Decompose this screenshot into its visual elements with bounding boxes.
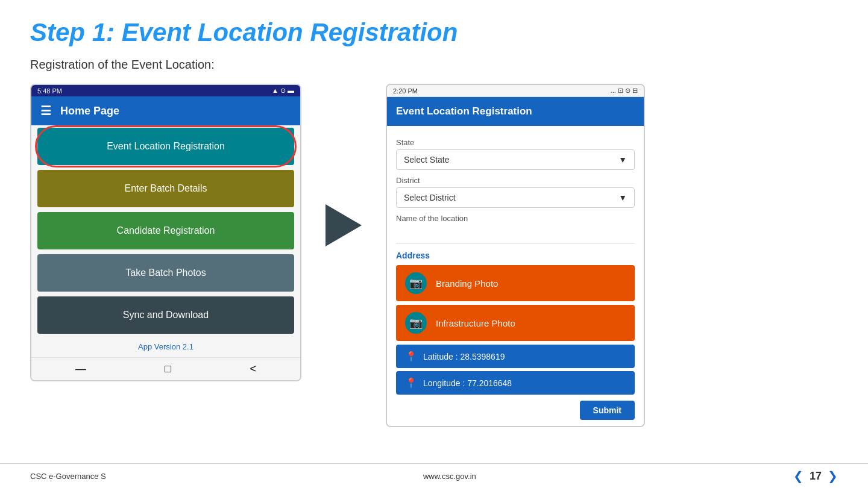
location-input[interactable]: [396, 225, 635, 243]
footer-center-text: www.csc.gov.in: [423, 472, 476, 481]
phone-nav-bar: — □ <: [31, 357, 300, 380]
app-version: App Version 2.1: [31, 336, 300, 357]
form-status-bar: 2:20 PM ... ⊡ ⊙ ⊟: [387, 85, 644, 97]
right-form-mockup: 2:20 PM ... ⊡ ⊙ ⊟ Event Location Registr…: [386, 84, 645, 427]
infrastructure-photo-label: Infrastructure Photo: [436, 318, 515, 328]
district-label: District: [396, 176, 635, 185]
submit-row: Submit: [396, 401, 635, 420]
form-status-icons: ... ⊡ ⊙ ⊟: [611, 87, 638, 95]
phone-header: ☰ Home Page: [31, 96, 300, 125]
latitude-value: Latitude : 28.5398619: [423, 352, 505, 361]
status-time: 5:48 PM: [37, 87, 62, 95]
arrow-container: [326, 204, 362, 246]
menu-item-batch-photos[interactable]: Take Batch Photos: [37, 254, 294, 292]
location-icon-lat: 📍: [405, 351, 417, 362]
state-select[interactable]: Select State ▼: [396, 149, 635, 170]
menu-item-sync-download[interactable]: Sync and Download: [37, 296, 294, 334]
camera-icon-infrastructure: 📷: [405, 312, 427, 334]
longitude-value: Longitude : 77.2016648: [423, 378, 512, 388]
phone-menu-list: Event Location Registration Enter Batch …: [31, 125, 300, 336]
address-label: Address: [396, 251, 635, 260]
state-dropdown-icon: ▼: [618, 155, 627, 164]
menu-item-candidate-registration[interactable]: Candidate Registration: [37, 212, 294, 249]
submit-button[interactable]: Submit: [580, 401, 635, 420]
hamburger-icon[interactable]: ☰: [40, 104, 51, 118]
district-dropdown-icon: ▼: [618, 193, 627, 202]
camera-icon-branding: 📷: [405, 272, 427, 294]
page-number: 17: [810, 470, 822, 483]
footer-navigation: ❮ 17 ❯: [793, 469, 838, 483]
left-phone-mockup: 5:48 PM ▲ ⊙ ▬ ☰ Home Page Event Location…: [30, 84, 301, 381]
district-select[interactable]: Select District ▼: [396, 187, 635, 208]
subtitle: Registration of the Event Location:: [30, 58, 838, 72]
branding-photo-label: Branding Photo: [436, 278, 498, 289]
location-icon-lng: 📍: [405, 377, 417, 389]
infrastructure-photo-button[interactable]: 📷 Infrastructure Photo: [396, 305, 635, 341]
page-title: Step 1: Event Location Registration: [30, 18, 838, 47]
latitude-button[interactable]: 📍 Latitude : 28.5398619: [396, 345, 635, 368]
right-arrow-icon: [326, 204, 362, 246]
phone-status-bar: 5:48 PM ▲ ⊙ ▬: [31, 85, 300, 96]
state-label: State: [396, 138, 635, 147]
form-body: State Select State ▼ District Select Dis…: [387, 126, 644, 426]
home-button[interactable]: □: [165, 363, 171, 375]
branding-photo-button[interactable]: 📷 Branding Photo: [396, 265, 635, 301]
footer: CSC e-Governance S www.csc.gov.in ❮ 17 ❯: [0, 463, 868, 488]
phone-header-title: Home Page: [60, 105, 119, 117]
form-status-time: 2:20 PM: [393, 87, 418, 95]
next-page-button[interactable]: ❯: [828, 469, 838, 483]
recent-button[interactable]: <: [250, 363, 256, 375]
state-placeholder: Select State: [404, 155, 450, 164]
status-icons: ▲ ⊙ ▬: [272, 87, 294, 95]
menu-item-batch-details[interactable]: Enter Batch Details: [37, 170, 294, 207]
prev-page-button[interactable]: ❮: [793, 469, 804, 483]
menu-item-event-location[interactable]: Event Location Registration: [37, 128, 294, 165]
location-label: Name of the location: [396, 214, 635, 223]
footer-left-text: CSC e-Governance S: [30, 472, 106, 481]
back-button[interactable]: —: [75, 363, 86, 375]
form-header: Event Location Registration: [387, 97, 644, 126]
district-placeholder: Select District: [404, 193, 456, 202]
longitude-button[interactable]: 📍 Longitude : 77.2016648: [396, 371, 635, 395]
